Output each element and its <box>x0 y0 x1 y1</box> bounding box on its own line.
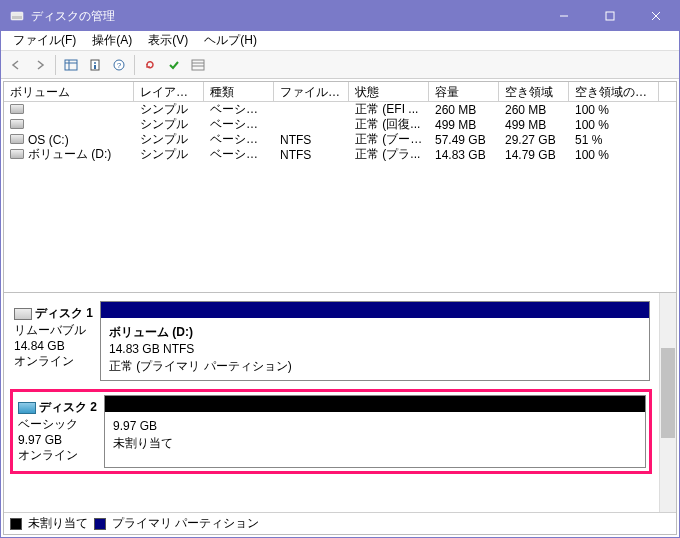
volume-cell: ベーシック <box>204 146 274 163</box>
toolbar-separator <box>55 55 56 75</box>
window-title: ディスクの管理 <box>31 8 541 25</box>
svg-rect-11 <box>94 65 96 69</box>
menu-view[interactable]: 表示(V) <box>140 30 196 51</box>
volume-cell: 100 % <box>569 148 659 162</box>
refresh-button[interactable] <box>139 54 161 76</box>
volume-cell: 正常 (プラ... <box>349 146 429 163</box>
disk-kind: ベーシック <box>18 416 102 433</box>
help-button[interactable]: ? <box>108 54 130 76</box>
drive-icon <box>10 104 24 114</box>
partition-line2: 正常 (プライマリ パーティション) <box>109 358 641 375</box>
disk-state: オンライン <box>14 353 98 370</box>
col-capacity[interactable]: 容量 <box>429 82 499 101</box>
disk-block: ディスク 1リムーバブル14.84 GBオンラインボリューム (D:)14.83… <box>12 301 650 381</box>
forward-button[interactable] <box>29 54 51 76</box>
volume-cell: ボリューム (D:) <box>4 146 134 163</box>
volume-row[interactable]: ボリューム (D:)シンプルベーシックNTFS正常 (プラ...14.83 GB… <box>4 147 676 162</box>
disk-kind: リムーバブル <box>14 322 98 339</box>
legend-primary-label: プライマリ パーティション <box>112 515 259 532</box>
drive-icon <box>10 134 24 144</box>
volume-cell: 29.27 GB <box>499 133 569 147</box>
volume-row[interactable]: OS (C:)シンプルベーシックNTFS正常 (ブート...57.49 GB29… <box>4 132 676 147</box>
volume-cell: NTFS <box>274 133 349 147</box>
volume-cell <box>4 103 134 117</box>
minimize-button[interactable] <box>541 1 587 31</box>
col-filesystem[interactable]: ファイル システム <box>274 82 349 101</box>
col-free[interactable]: 空き領域 <box>499 82 569 101</box>
legend-primary-swatch <box>94 518 106 530</box>
col-free-pct[interactable]: 空き領域の割... <box>569 82 659 101</box>
drive-icon <box>10 119 24 129</box>
svg-rect-14 <box>192 60 204 70</box>
disk-size: 14.84 GB <box>14 339 98 353</box>
apply-button[interactable] <box>163 54 185 76</box>
svg-rect-1 <box>12 16 22 19</box>
volume-cell: NTFS <box>274 148 349 162</box>
svg-rect-6 <box>65 60 77 70</box>
partition-color-bar <box>105 396 645 412</box>
col-type[interactable]: 種類 <box>204 82 274 101</box>
volume-cell: 260 MB <box>499 103 569 117</box>
partition-line2: 未割り当て <box>113 435 637 452</box>
disk-size: 9.97 GB <box>18 433 102 447</box>
volume-list-rows: シンプルベーシック正常 (EFI ...260 MB260 MB100 %シンプ… <box>4 102 676 162</box>
scrollbar-thumb[interactable] <box>661 348 675 438</box>
settings-button[interactable] <box>187 54 209 76</box>
col-status[interactable]: 状態 <box>349 82 429 101</box>
back-button[interactable] <box>5 54 27 76</box>
volume-list-header: ボリューム レイアウト 種類 ファイル システム 状態 容量 空き領域 空き領域… <box>4 82 676 102</box>
partition-line1: 14.83 GB NTFS <box>109 341 641 358</box>
toolbar-separator <box>134 55 135 75</box>
drive-icon <box>10 149 24 159</box>
legend-unallocated-label: 未割り当て <box>28 515 88 532</box>
disk-icon <box>18 402 36 414</box>
maximize-button[interactable] <box>587 1 633 31</box>
svg-point-10 <box>94 62 96 64</box>
menubar: ファイル(F) 操作(A) 表示(V) ヘルプ(H) <box>1 31 679 51</box>
volume-cell: 499 MB <box>429 118 499 132</box>
volume-row[interactable]: シンプルベーシック正常 (回復...499 MB499 MB100 % <box>4 117 676 132</box>
highlighted-disk-wrapper: ディスク 2ベーシック9.97 GBオンライン9.97 GB未割り当て <box>10 389 652 474</box>
toolbar: ? <box>1 51 679 79</box>
volume-cell: OS (C:) <box>4 133 134 147</box>
legend-unallocated-swatch <box>10 518 22 530</box>
disk-graphical-pane: ディスク 1リムーバブル14.84 GBオンラインボリューム (D:)14.83… <box>4 293 676 512</box>
volume-cell: 100 % <box>569 118 659 132</box>
partition-body: ボリューム (D:)14.83 GB NTFS正常 (プライマリ パーティション… <box>101 318 649 380</box>
volume-list-empty-space[interactable] <box>4 162 676 292</box>
menu-action[interactable]: 操作(A) <box>84 30 140 51</box>
content-area: ボリューム レイアウト 種類 ファイル システム 状態 容量 空き領域 空き領域… <box>3 81 677 535</box>
properties-button[interactable] <box>84 54 106 76</box>
disk-pane-scrollbar[interactable] <box>659 293 676 512</box>
svg-rect-3 <box>606 12 614 20</box>
menu-help[interactable]: ヘルプ(H) <box>196 30 265 51</box>
legend: 未割り当て プライマリ パーティション <box>4 512 676 534</box>
partition-title: ボリューム (D:) <box>109 325 193 339</box>
disk-name: ディスク 1 <box>35 306 93 320</box>
disk-info[interactable]: ディスク 1リムーバブル14.84 GBオンライン <box>12 301 100 381</box>
disk-partition[interactable]: ボリューム (D:)14.83 GB NTFS正常 (プライマリ パーティション… <box>100 301 650 381</box>
partition-color-bar <box>101 302 649 318</box>
disk-block: ディスク 2ベーシック9.97 GBオンライン9.97 GB未割り当て <box>16 395 646 468</box>
volume-row[interactable]: シンプルベーシック正常 (EFI ...260 MB260 MB100 % <box>4 102 676 117</box>
volume-cell <box>4 118 134 132</box>
disk-info[interactable]: ディスク 2ベーシック9.97 GBオンライン <box>16 395 104 468</box>
volume-cell: 100 % <box>569 103 659 117</box>
volume-cell: 499 MB <box>499 118 569 132</box>
menu-file[interactable]: ファイル(F) <box>5 30 84 51</box>
disk-management-icon <box>9 8 25 24</box>
volume-cell: シンプル <box>134 146 204 163</box>
titlebar: ディスクの管理 <box>1 1 679 31</box>
col-volume[interactable]: ボリューム <box>4 82 134 101</box>
volume-list-pane: ボリューム レイアウト 種類 ファイル システム 状態 容量 空き領域 空き領域… <box>4 82 676 293</box>
col-layout[interactable]: レイアウト <box>134 82 204 101</box>
disk-partition[interactable]: 9.97 GB未割り当て <box>104 395 646 468</box>
close-button[interactable] <box>633 1 679 31</box>
volume-cell: 260 MB <box>429 103 499 117</box>
volume-cell: 57.49 GB <box>429 133 499 147</box>
view-list-button[interactable] <box>60 54 82 76</box>
partition-body: 9.97 GB未割り当て <box>105 412 645 458</box>
volume-cell: 51 % <box>569 133 659 147</box>
svg-text:?: ? <box>117 61 122 70</box>
volume-cell: 14.83 GB <box>429 148 499 162</box>
